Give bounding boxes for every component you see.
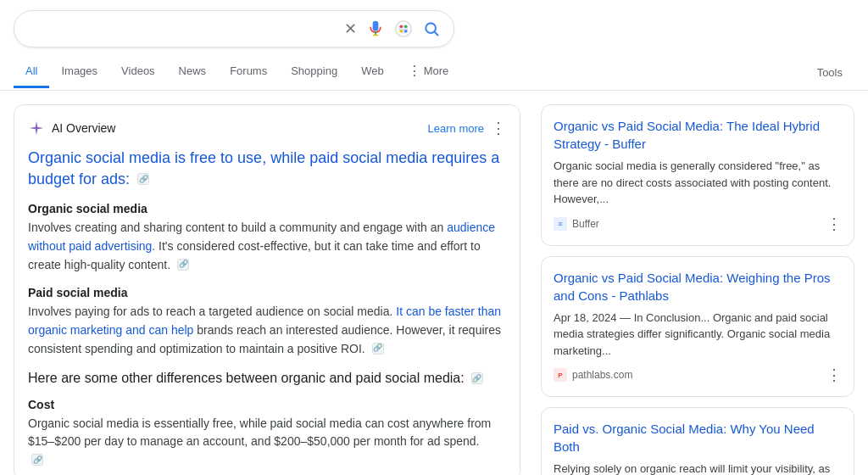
tab-shopping[interactable]: Shopping — [279, 56, 349, 88]
result-card-0-favicon: ≡ — [554, 217, 567, 231]
faster-link[interactable]: It can be faster than organic marketing … — [28, 305, 501, 337]
result-card-0-title: Organic vs Paid Social Media: The Ideal … — [554, 117, 842, 153]
ai-overview-box: AI Overview Learn more ⋮ Organic social … — [14, 104, 520, 475]
result-card-1-favicon: P — [554, 368, 567, 382]
result-card-0-snippet: Organic social media is generally consid… — [554, 158, 842, 208]
lens-icon — [394, 20, 413, 38]
paid-section-title: Paid social media — [28, 286, 506, 299]
organic-section-body: Involves creating and sharing content to… — [28, 219, 506, 274]
tab-news[interactable]: News — [167, 56, 219, 88]
learn-more-link[interactable]: Learn more — [428, 122, 484, 135]
result-card-1-footer: P pathlabs.com ⋮ — [554, 366, 842, 384]
other-diffs-container: Here are some other differences between … — [28, 371, 506, 386]
result-card-1-snippet: Apr 18, 2024 — In Conclusion... Organic … — [554, 310, 842, 360]
ai-overview-more-button[interactable]: ⋮ — [491, 119, 506, 137]
result-card-1-title: Organic vs Paid Social Media: Weighing t… — [554, 269, 842, 305]
result-card-1-more[interactable]: ⋮ — [826, 366, 842, 384]
cost-section-body: Organic social media is essentially free… — [28, 415, 506, 451]
tab-all[interactable]: All — [14, 56, 49, 88]
tab-images[interactable]: Images — [49, 56, 109, 88]
ai-overview-title: AI Overview — [28, 120, 115, 137]
tab-web[interactable]: Web — [349, 56, 396, 88]
svg-point-2 — [404, 25, 408, 28]
result-card-0[interactable]: Organic vs Paid Social Media: The Ideal … — [541, 104, 854, 246]
result-card-1[interactable]: Organic vs Paid Social Media: Weighing t… — [541, 256, 854, 398]
tab-more[interactable]: ⋮ More — [396, 54, 461, 90]
tab-forums[interactable]: Forums — [218, 56, 279, 88]
ai-gemini-icon — [28, 120, 45, 137]
search-icons: ✕ — [342, 18, 442, 40]
svg-point-1 — [399, 25, 403, 28]
voice-search-button[interactable] — [365, 19, 386, 39]
result-card-2[interactable]: Paid vs. Organic Social Media: Why You N… — [541, 407, 854, 475]
result-card-0-footer: ≡ Buffer ⋮ — [554, 215, 842, 233]
left-column: AI Overview Learn more ⋮ Organic social … — [14, 104, 520, 475]
paid-section-body: Involves paying for ads to reach a targe… — [28, 303, 506, 358]
other-diffs-link-icon[interactable] — [471, 372, 483, 384]
ai-overview-header: AI Overview Learn more ⋮ — [28, 119, 506, 137]
ai-headline[interactable]: Organic social media is free to use, whi… — [28, 148, 506, 190]
cost-section-title: Cost — [28, 398, 506, 411]
result-card-2-title: Paid vs. Organic Social Media: Why You N… — [554, 420, 842, 455]
result-card-1-source: P pathlabs.com — [554, 368, 632, 382]
headline-link-icon[interactable] — [137, 173, 149, 185]
cost-link-icon[interactable] — [31, 454, 43, 466]
main-content: AI Overview Learn more ⋮ Organic social … — [0, 91, 868, 475]
tools-tab[interactable]: Tools — [805, 58, 854, 87]
search-icon — [423, 20, 440, 37]
more-dots-icon: ⋮ — [408, 63, 421, 79]
nav-tabs: All Images Videos News Forums Shopping W… — [0, 54, 868, 91]
organic-link-icon[interactable] — [177, 259, 189, 271]
paid-link-icon[interactable] — [372, 343, 384, 355]
svg-point-4 — [404, 30, 408, 33]
clear-button[interactable]: ✕ — [342, 18, 359, 40]
result-card-0-more[interactable]: ⋮ — [826, 215, 842, 233]
right-column: Organic vs Paid Social Media: The Ideal … — [541, 104, 854, 475]
tab-videos[interactable]: Videos — [109, 56, 167, 88]
result-card-2-snippet: Relying solely on organic reach will lim… — [554, 461, 842, 475]
search-submit-button[interactable] — [421, 19, 442, 39]
microphone-icon — [367, 20, 384, 37]
search-bar: difference between organic and paid soci… — [14, 10, 454, 48]
other-diffs-heading: Here are some other differences between … — [28, 371, 465, 385]
search-header: difference between organic and paid soci… — [0, 0, 868, 48]
lens-button[interactable] — [392, 18, 415, 40]
audience-link[interactable]: audience without paid advertising. — [28, 221, 495, 253]
organic-section-title: Organic social media — [28, 202, 506, 215]
ai-overview-actions: Learn more ⋮ — [428, 119, 506, 137]
result-card-0-source: ≡ Buffer — [554, 217, 599, 231]
clear-icon: ✕ — [344, 20, 357, 38]
svg-point-3 — [399, 30, 403, 33]
search-input[interactable]: difference between organic and paid soci… — [26, 21, 336, 36]
